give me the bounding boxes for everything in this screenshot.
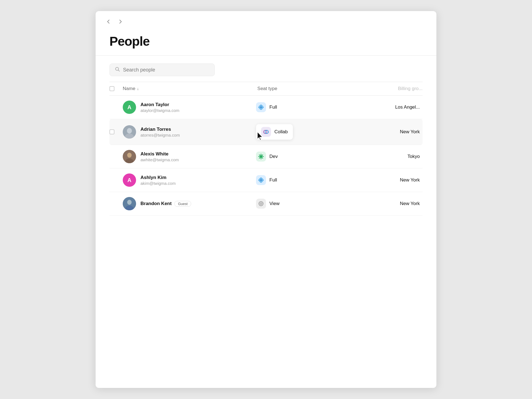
svg-point-34: [259, 201, 263, 206]
avatar: [123, 125, 136, 139]
seat-pill-highlighted: Collab: [256, 124, 293, 140]
row-name-cell: Brandon Kent Guest: [123, 197, 256, 210]
forward-button[interactable]: [116, 17, 125, 26]
row-name-cell: Alexis White awhite@twigma.com: [123, 150, 256, 163]
seat-type-icon: [261, 127, 271, 137]
row-billing-cell: New York: [347, 201, 423, 206]
person-email: atorres@twigma.com: [140, 133, 180, 137]
table: Name ↓ Seat type Billing gro... A Aaron …: [96, 82, 436, 216]
seat-type-icon: [256, 199, 266, 209]
person-name: Aaron Taylor: [140, 102, 179, 108]
name-block: Brandon Kent Guest: [140, 201, 191, 207]
avatar: [123, 197, 136, 210]
row-checkbox-cell[interactable]: [109, 129, 123, 134]
search-area: [96, 56, 436, 82]
name-block: Adrian Torres atorres@twigma.com: [140, 127, 180, 137]
row-seat-cell: Dev: [256, 152, 347, 162]
person-name: Alexis White: [140, 151, 179, 157]
table-row[interactable]: Brandon Kent Guest View New York: [109, 192, 423, 216]
table-header: Name ↓ Seat type Billing gro...: [109, 82, 423, 96]
seat-type-label: View: [269, 201, 280, 206]
row-billing-cell: Tokyo: [347, 154, 423, 159]
table-row[interactable]: A Ashlyn Kim akim@twigma.com: [109, 168, 423, 192]
avatar: A: [123, 101, 136, 114]
person-name: Ashlyn Kim: [140, 175, 176, 180]
seat-type-label: Full: [269, 104, 277, 110]
person-email: awhite@twigma.com: [140, 157, 179, 162]
page-title: People: [109, 34, 423, 49]
seat-type-icon: [256, 175, 266, 185]
row-seat-cell: View: [256, 199, 347, 209]
row-billing-cell: New York: [347, 129, 423, 135]
row-billing-cell: Los Angel...: [347, 104, 423, 110]
search-icon: [115, 66, 120, 73]
select-all-checkbox[interactable]: [109, 86, 114, 91]
search-input[interactable]: [123, 67, 209, 73]
table-row[interactable]: Alexis White awhite@twigma.com Dev: [109, 145, 423, 168]
name-block: Ashlyn Kim akim@twigma.com: [140, 175, 176, 186]
nav-bar: [96, 11, 436, 29]
person-name: Brandon Kent Guest: [140, 201, 191, 207]
seat-type-label: Dev: [269, 154, 278, 159]
svg-point-11: [127, 128, 132, 134]
table-row[interactable]: Adrian Torres atorres@twigma.com Collab …: [109, 119, 423, 145]
avatar: A: [123, 173, 136, 187]
seat-type-icon: [256, 152, 266, 162]
row-seat-cell: Full: [256, 175, 347, 185]
column-header-seat: Seat type: [257, 86, 349, 91]
seat-pill: Full: [256, 175, 347, 185]
seat-pill: Full: [256, 102, 347, 112]
name-block: Alexis White awhite@twigma.com: [140, 151, 179, 162]
seat-type-label: Collab: [274, 129, 288, 135]
column-header-name[interactable]: Name ↓: [123, 86, 257, 91]
svg-point-16: [127, 153, 132, 158]
seat-pill: View: [256, 199, 347, 209]
person-email: akim@twigma.com: [140, 181, 176, 186]
header-checkbox-cell: [109, 86, 123, 91]
page-header: People: [96, 29, 436, 55]
name-block: Aaron Taylor ataylor@twigma.com: [140, 102, 179, 113]
person-email: ataylor@twigma.com: [140, 108, 179, 113]
column-header-billing: Billing gro...: [349, 86, 423, 91]
row-seat-cell: Full: [256, 102, 347, 112]
main-window: People Name ↓ Seat type B: [96, 11, 436, 388]
row-seat-cell: Collab: [256, 124, 347, 140]
person-name: Adrian Torres: [140, 127, 180, 132]
row-select-checkbox[interactable]: [109, 129, 114, 134]
guest-badge: Guest: [174, 201, 191, 207]
row-name-cell: Adrian Torres atorres@twigma.com: [123, 125, 256, 139]
seat-type-label: Full: [269, 177, 277, 183]
svg-point-32: [127, 200, 132, 205]
seat-pill: Dev: [256, 152, 347, 162]
row-name-cell: A Ashlyn Kim akim@twigma.com: [123, 173, 256, 187]
svg-point-35: [260, 203, 262, 205]
row-billing-cell: New York: [347, 177, 423, 183]
avatar: [123, 150, 136, 163]
sort-arrow-icon: ↓: [137, 86, 139, 91]
seat-type-icon: [256, 102, 266, 112]
back-button[interactable]: [104, 17, 113, 26]
search-box[interactable]: [109, 63, 215, 76]
table-row[interactable]: A Aaron Taylor ataylor@twigma.com: [109, 96, 423, 119]
row-name-cell: A Aaron Taylor ataylor@twigma.com: [123, 101, 256, 114]
